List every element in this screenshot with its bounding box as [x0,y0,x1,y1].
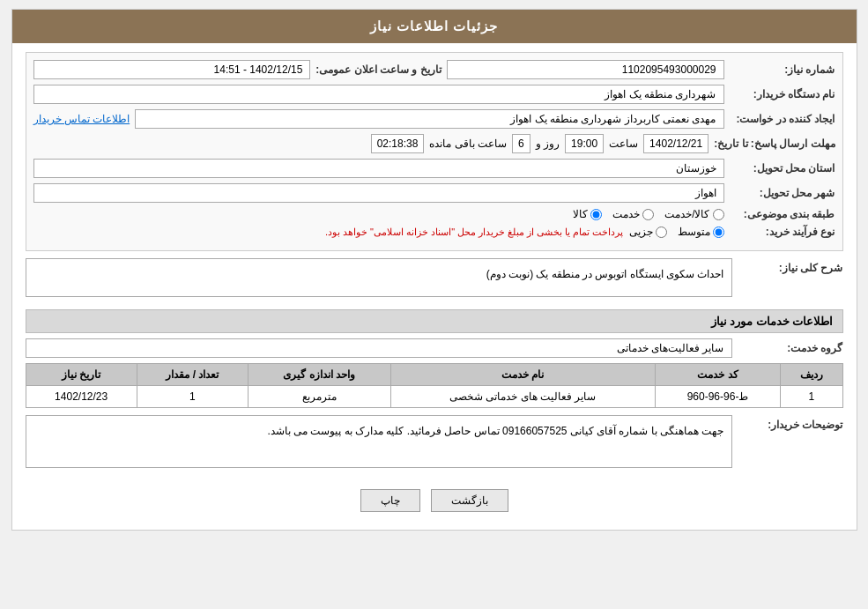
button-row: بازگشت چاپ [26,480,843,521]
col-service-name: نام خدمت [390,364,655,386]
col-quantity: تعداد / مقدار [137,364,248,386]
col-date: تاریخ نیاز [26,364,137,386]
buyer-contact-link[interactable]: اطلاعات تماس خریدار [33,113,130,125]
purchase-type-label: نوع فرآیند خرید: [730,226,835,238]
description-title: شرح کلی نیاز: [738,258,843,274]
cell-date: 1402/12/23 [26,386,137,408]
category-radio-kala[interactable] [590,209,602,220]
row-creator: ایجاد کننده در خواست: مهدی نعمتی کاربردا… [33,109,835,129]
purchase-type-radio-jozi[interactable] [656,227,667,238]
category-option-kala-khedmat: کالا/خدمت [664,208,723,220]
group-value: سایر فعالیت‌های خدماتی [26,338,732,358]
row-category: طبقه بندی موضوعی: کالا/خدمت خدمت کالا [33,208,835,220]
content-area: شماره نیاز: 1102095493000029 تاریخ و ساع… [12,43,857,530]
col-row-num: ردیف [781,364,842,386]
cell-service-code: ط-96-96-960 [655,386,780,408]
city-label: شهر محل تحویل: [730,187,835,199]
province-label: استان محل تحویل: [730,162,835,175]
page-header: جزئیات اطلاعات نیاز [12,10,857,43]
cell-row-num: 1 [781,386,842,408]
group-label: گروه خدمت: [738,342,843,354]
category-option-kala: کالا [573,208,602,220]
buyer-name-label: نام دستگاه خریدار: [730,88,835,100]
deadline-time: 19:00 [565,134,604,153]
deadline-time-label: ساعت [609,137,638,150]
category-label: طبقه بندی موضوعی: [730,208,835,220]
buyer-notes-title: توضیحات خریدار: [738,415,843,431]
category-label-khedmat: خدمت [612,208,640,220]
cell-quantity: 1 [137,386,248,408]
deadline-days: 6 [512,134,530,153]
page-wrapper: جزئیات اطلاعات نیاز شماره نیاز: 11020954… [11,9,857,531]
page-title: جزئیات اطلاعات نیاز [370,19,498,33]
table-row: 1 ط-96-96-960 سایر فعالیت های خدماتی شخص… [26,386,842,408]
buyer-notes-value: جهت هماهنگی با شماره آقای کیانی 09166057… [26,415,732,468]
deadline-remaining-label: ساعت باقی مانده [429,137,507,150]
category-label-kala-khedmat: کالا/خدمت [664,208,709,220]
deadline-label: مهلت ارسال پاسخ: تا تاریخ: [714,137,835,150]
buyer-name-value: شهرداری منطقه یک اهواز [33,85,724,104]
services-table: ردیف کد خدمت نام خدمت واحد اندازه گیری ت… [26,363,843,408]
back-button[interactable]: بازگشت [431,489,508,512]
deadline-days-label: روز و [536,137,560,150]
announcement-value: 1402/12/15 - 14:51 [33,60,311,79]
category-radio-khedmat[interactable] [642,209,654,220]
cell-service-name: سایر فعالیت های خدماتی شخصی [390,386,655,408]
table-header-row: ردیف کد خدمت نام خدمت واحد اندازه گیری ت… [26,364,842,386]
category-radio-group: کالا/خدمت خدمت کالا [573,208,723,220]
purchase-type-label-jozi: جزیی [629,226,653,238]
creator-label: ایجاد کننده در خواست: [730,113,835,125]
category-option-khedmat: خدمت [612,208,654,220]
row-announcement: شماره نیاز: 1102095493000029 تاریخ و ساع… [33,60,835,79]
city-value: اهواز [33,183,724,203]
print-button[interactable]: چاپ [360,489,420,512]
province-value: خوزستان [33,159,724,178]
category-radio-kala-khedmat[interactable] [713,209,724,220]
description-value: احداث سکوی ایستگاه اتوبوس در منطقه یک (ن… [26,258,732,297]
col-unit: واحد اندازه گیری [248,364,390,386]
category-label-kala: کالا [573,208,588,220]
info-section: شماره نیاز: 1102095493000029 تاریخ و ساع… [26,52,843,251]
purchase-type-option-jozi: جزیی [629,226,667,238]
row-city: شهر محل تحویل: اهواز [33,183,835,203]
row-deadline: مهلت ارسال پاسخ: تا تاریخ: 1402/12/21 سا… [33,134,835,153]
buyer-notes-section: توضیحات خریدار: جهت هماهنگی با شماره آقا… [26,415,843,473]
purchase-warning: پرداخت تمام یا بخشی از مبلغ خریدار محل "… [325,227,624,238]
purchase-type-radio-group: متوسط جزیی [629,226,724,238]
deadline-date: 1402/12/21 [643,134,708,153]
col-service-code: کد خدمت [655,364,780,386]
row-province: استان محل تحویل: خوزستان [33,159,835,178]
services-section-title: اطلاعات خدمات مورد نیاز [26,309,843,333]
row-buyer-name: نام دستگاه خریدار: شهرداری منطقه یک اهوا… [33,85,835,104]
announcement-label: تاریخ و ساعت اعلان عمومی: [315,63,441,76]
creator-value: مهدی نعمتی کاربرداز شهرداری منطقه یک اهو… [135,109,723,129]
need-number-value: 1102095493000029 [447,60,724,79]
need-number-label: شماره نیاز: [730,63,835,76]
description-section: شرح کلی نیاز: احداث سکوی ایستگاه اتوبوس … [26,258,843,302]
row-service-group: گروه خدمت: سایر فعالیت‌های خدماتی [26,338,843,358]
deadline-remaining: 02:18:38 [371,134,425,153]
purchase-type-label-motavasset: متوسط [678,226,710,238]
row-purchase-type: نوع فرآیند خرید: متوسط جزیی پرداخت تمام … [33,226,835,238]
purchase-type-radio-motavasset[interactable] [713,227,724,238]
cell-unit: مترمربع [248,386,390,408]
purchase-type-option-motavasset: متوسط [678,226,724,238]
